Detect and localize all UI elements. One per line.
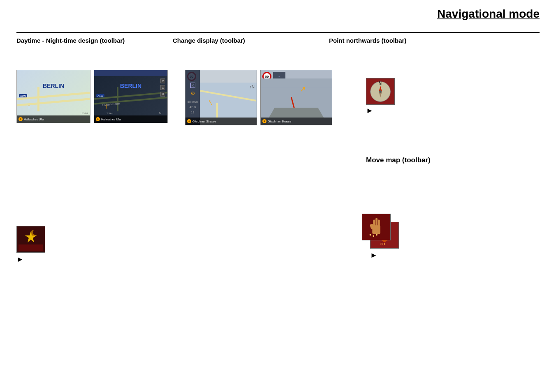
daytime-map: BERLIN A100 ↑ A Hallesches Ufer 85/82	[16, 70, 90, 123]
svg-point-3	[33, 229, 39, 235]
night-city-label: BERLIN	[120, 83, 141, 89]
threed-arrow: ►	[370, 251, 399, 260]
svg-point-15	[379, 90, 382, 93]
svg-text:3D: 3D	[380, 242, 385, 246]
nav-screen-3d: 50 ≡ ↗ A Gitschiner Strasse	[260, 70, 332, 125]
svg-rect-20	[378, 220, 380, 226]
compass-svg: N	[366, 78, 394, 105]
col2-header: Change display (toolbar)	[173, 37, 329, 44]
col2-images: 50 ◁ ⊙ 88 km/h 47 m 12 ↑N ↑ A	[185, 70, 332, 125]
svg-rect-4	[19, 244, 43, 251]
night-mode-icon	[16, 226, 45, 253]
col1-images: BERLIN A100 ↑ A Hallesches Ufer 85/82 BE…	[16, 70, 168, 123]
nav-street-text-2: Gitschiner Strasse	[268, 120, 291, 123]
top-border	[16, 32, 540, 33]
nav-street-icon-1: A	[187, 119, 191, 123]
nav-street-bar-2: A Gitschiner Strasse	[261, 118, 332, 125]
col3-north-container: N ►	[366, 78, 395, 115]
nav-screen-2d: 50 ◁ ⊙ 88 km/h 47 m 12 ↑N ↑ A	[185, 70, 257, 125]
move-map-label: Move map (toolbar)	[366, 156, 431, 164]
day-street-text: Hallesches Ufer	[24, 118, 44, 121]
north-compass-icon: N	[366, 78, 395, 105]
night-mode-icon-container: ►	[16, 226, 45, 264]
night-icon-arrow: ►	[16, 255, 45, 264]
svg-point-22	[369, 234, 371, 236]
col1-header: Daytime - Night-time design (toolbar)	[16, 37, 173, 44]
svg-rect-18	[373, 220, 375, 227]
day-street-icon: A	[19, 117, 23, 121]
page-title: Navigational mode	[437, 7, 540, 21]
col3-header: Point northwards (toolbar)	[329, 37, 485, 44]
move-map-icon-container	[362, 214, 391, 240]
day-city-label: BERLIN	[43, 83, 64, 89]
nav-street-text-1: Gitschiner Strasse	[192, 120, 216, 123]
svg-point-23	[373, 235, 374, 237]
move-map-svg	[362, 214, 390, 240]
north-arrow: ►	[366, 106, 395, 115]
night-street-bar: A Hallesches Ufer	[94, 115, 167, 123]
night-icon-svg	[19, 228, 43, 251]
section-headers: Daytime - Night-time design (toolbar) Ch…	[16, 37, 540, 44]
svg-point-24	[376, 234, 378, 236]
night-street-text: Hallesches Ufer	[101, 118, 121, 121]
nav-street-bar-1: A Gitschiner Strasse	[185, 118, 257, 125]
col2-top-row: 50 ◁ ⊙ 88 km/h 47 m 12 ↑N ↑ A	[185, 70, 332, 125]
svg-text:N: N	[378, 81, 382, 85]
night-street-icon: A	[96, 117, 100, 121]
nighttime-map: BERLIN A100 ↑ Hallesches Ufer A Hallesch…	[94, 70, 168, 123]
svg-rect-19	[375, 218, 378, 226]
move-map-icon	[362, 214, 391, 240]
day-street-bar: A Hallesches Ufer	[17, 115, 90, 123]
nav-street-icon-2: A	[262, 119, 266, 123]
